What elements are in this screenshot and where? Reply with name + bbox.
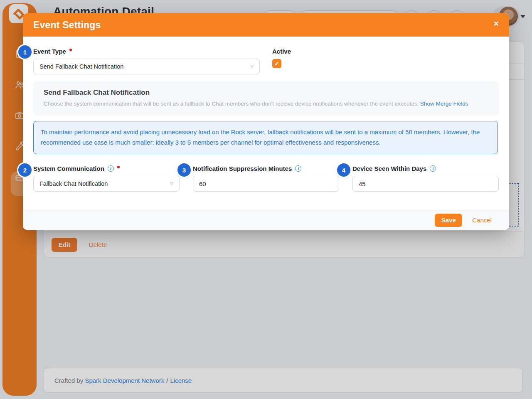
step-badge-3: 3 [177,163,191,177]
active-label: Active [272,48,291,55]
modal-header: Event Settings ✕ [23,13,509,37]
modal-title: Event Settings [33,20,101,31]
section-heading: Send Fallback Chat Notification [44,89,488,97]
system-communication-label-text: System Communication [33,165,104,172]
chevron-down-icon: ▽ [170,181,173,186]
step-badge-2: 2 [18,163,32,177]
notification-suppression-label: Notification Suppression Minutes [193,165,301,172]
step-badge-4: 4 [337,163,350,177]
active-label-text: Active [272,48,291,55]
event-type-label-text: Event Type [33,48,66,55]
check-icon: ✓ [274,60,279,67]
cancel-link[interactable]: Cancel [472,217,492,224]
required-dot-icon [69,49,72,51]
system-communication-select[interactable]: Fallback Chat Notification ▽ [33,176,180,192]
section-description-text: Choose the system communication that wil… [44,101,419,107]
info-icon[interactable] [430,165,436,172]
save-button[interactable]: Save [435,214,462,227]
info-icon[interactable] [295,165,301,172]
chevron-down-icon: ▽ [250,64,254,69]
close-icon[interactable]: ✕ [493,20,499,27]
info-icon[interactable] [108,165,114,172]
screen: Automation Detail Edit Delete Crafted by… [0,0,532,399]
required-dot-icon [117,166,120,168]
system-communication-value: Fallback Chat Notification [39,180,108,187]
section-description: Choose the system communication that wil… [44,101,488,107]
performance-info-alert: To maintain performance and avoid placin… [33,121,498,154]
device-seen-input[interactable] [352,176,499,192]
show-merge-fields-link[interactable]: Show Merge Fields [420,101,468,107]
system-communication-label: System Communication [33,165,120,172]
event-type-select[interactable]: Send Fallback Chat Notification ▽ [33,59,260,74]
event-type-value: Send Fallback Chat Notification [39,63,123,70]
device-seen-label-text: Device Seen Within Days [352,165,426,172]
event-settings-modal: Event Settings ✕ 1 2 3 4 Event Type Send… [23,13,509,230]
event-type-label: Event Type [33,48,72,55]
active-checkbox[interactable]: ✓ [272,59,281,68]
step-badge-1: 1 [18,45,32,59]
event-type-description-panel: Send Fallback Chat Notification Choose t… [33,81,499,116]
modal-footer: Save Cancel [23,210,509,230]
notification-suppression-label-text: Notification Suppression Minutes [193,165,292,172]
notification-suppression-input[interactable] [193,176,339,192]
device-seen-label: Device Seen Within Days [352,165,436,172]
